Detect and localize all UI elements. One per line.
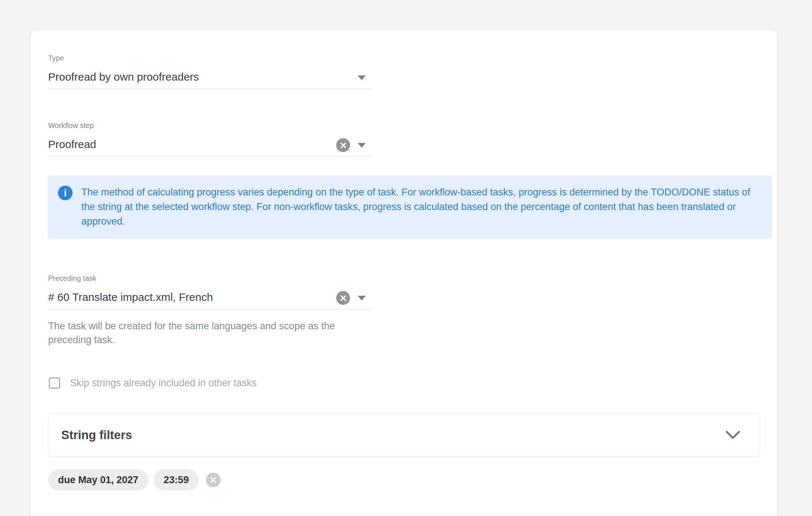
type-field: Type Proofread by own proofreaders [48,54,372,89]
preceding-task-helper-text: The task will be created for the same la… [48,319,369,347]
due-time-chip[interactable]: 23:59 [154,469,199,490]
workflow-step-select-value: Proofread [48,137,96,152]
skip-strings-checkbox-label: Skip strings already included in other t… [70,377,257,389]
due-date-chips-row: due May 01, 2027 23:59 [48,469,221,490]
caret-down-icon[interactable] [358,296,366,300]
close-icon [210,477,217,483]
workflow-step-select[interactable]: Proofread [48,137,372,157]
preceding-task-select[interactable]: # 60 Translate impact.xml, French [48,290,372,310]
remove-due-date-button[interactable] [206,473,221,487]
preceding-task-field: Preceding task # 60 Translate impact.xml… [48,274,372,347]
caret-down-icon[interactable] [358,143,366,148]
clear-icon [340,295,346,301]
preceding-task-select-value: # 60 Translate impact.xml, French [48,290,213,304]
chevron-down-icon[interactable] [725,430,741,440]
info-icon: i [58,186,73,200]
skip-strings-checkbox-row[interactable]: Skip strings already included in other t… [49,377,257,389]
caret-down-icon[interactable] [358,75,366,80]
string-filters-panel[interactable]: String filters [48,414,760,457]
due-date-chip[interactable]: due May 01, 2027 [48,469,148,490]
skip-strings-checkbox[interactable] [49,377,60,389]
clear-icon [340,142,346,148]
progress-info-alert-text: The method of calculating progress varie… [81,185,757,229]
type-select-value: Proofread by own proofreaders [48,70,199,84]
task-form-card: Type Proofread by own proofreaders Workf… [30,30,777,516]
type-select[interactable]: Proofread by own proofreaders [48,70,372,89]
preceding-task-clear-button[interactable] [336,291,350,305]
preceding-task-field-label: Preceding task [48,274,372,283]
workflow-step-clear-button[interactable] [336,138,350,152]
type-field-label: Type [48,54,372,62]
progress-info-alert: i The method of calculating progress var… [48,175,772,239]
workflow-step-field: Workflow step Proofread [48,121,372,157]
workflow-step-field-label: Workflow step [48,121,372,130]
string-filters-title: String filters [61,428,132,442]
